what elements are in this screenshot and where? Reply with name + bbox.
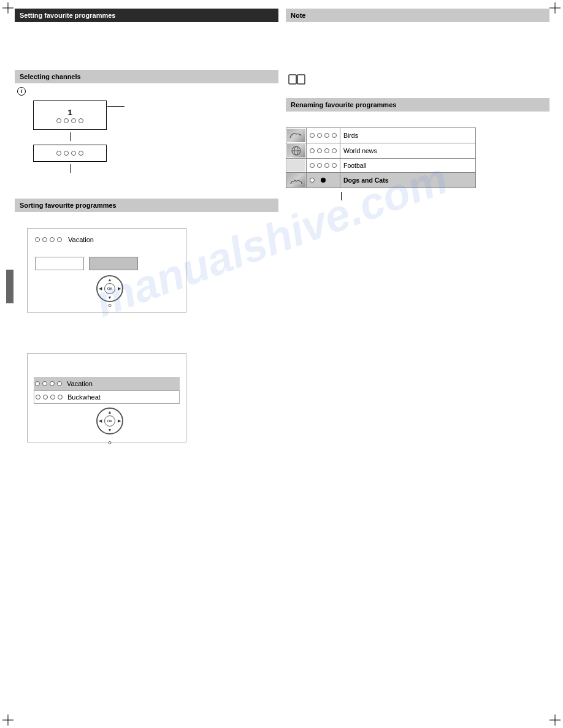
prog-icon-dogsandcats <box>286 173 307 188</box>
vd2-d7 <box>50 395 55 400</box>
nav-arrow-up-2: ▲ <box>108 410 112 414</box>
diagram-dots-top <box>56 118 83 123</box>
filled-dot <box>321 178 326 183</box>
sidebar-marker <box>6 270 13 303</box>
left-spacer-1 <box>15 179 278 196</box>
left-column: Setting favourite programmes Selecting c… <box>15 0 278 728</box>
vacation-dialog-1: Vacation ▲ ▼ ◀ ▶ OK <box>27 228 186 313</box>
dot-3 <box>71 118 76 123</box>
diagram-arrow-down <box>70 132 71 141</box>
left-body-text-3 <box>15 54 278 64</box>
dot-b2 <box>64 151 69 156</box>
vd1-dot2 <box>42 237 47 242</box>
vacation-nav-icon: ▲ ▼ ◀ ▶ OK <box>41 275 178 302</box>
corner-crosshair-tl <box>2 2 13 13</box>
dot-2 <box>64 118 69 123</box>
vacation-list-row-1[interactable]: Vacation <box>34 377 180 390</box>
vacation-nav-icon-2: ▲ ▼ ◀ ▶ OK <box>40 408 180 439</box>
thumbnail-birds <box>287 129 305 142</box>
left-header-3-label: Sorting favourite programmes <box>20 202 117 209</box>
vacation-btn-right[interactable] <box>89 257 138 270</box>
diagram-number: 1 <box>67 108 72 117</box>
thumbnail-dogsandcats <box>287 173 305 187</box>
svg-point-3 <box>299 134 301 135</box>
vacation-row-1: Vacation <box>35 236 178 243</box>
vacation-spacer <box>35 248 178 257</box>
info-icon: i <box>17 87 26 96</box>
nav-inner-circle-2: OK <box>104 415 115 427</box>
corner-crosshair-br <box>550 715 561 726</box>
prog-dots-dogsandcats <box>307 173 340 188</box>
info-row: i <box>17 87 278 96</box>
vd1-dot3 <box>50 237 55 242</box>
prog-dots-birds <box>307 128 340 143</box>
left-header-2-label: Selecting channels <box>20 73 81 80</box>
left-body-text-1 <box>15 27 278 37</box>
prog-name-dogsandcats: Dogs and Cats <box>340 173 476 188</box>
vd2-top-spacer <box>34 360 180 377</box>
vacation-buttons <box>35 257 178 270</box>
corner-crosshair-bl <box>2 715 13 726</box>
diagram-arrow-right <box>107 106 124 107</box>
right-header-1-label: Note <box>291 12 305 19</box>
prog-dots-worldnews <box>307 143 340 159</box>
right-body-spacer-2 <box>286 87 550 98</box>
nav-inner-circle-1: OK <box>104 283 115 294</box>
book-icon-container <box>288 74 550 87</box>
prog-icon-football <box>286 159 307 173</box>
nav-ok-1: OK <box>107 287 113 290</box>
nav-outer-circle-2: ▲ ▼ ◀ ▶ OK <box>96 408 123 434</box>
vd2-dots-2 <box>36 395 63 400</box>
prog-row-birds[interactable]: Birds <box>286 128 476 143</box>
right-header-2-label: Renaming favourite programmes <box>291 101 396 108</box>
vacation-label-1: Vacation <box>68 236 94 243</box>
nav-arrow-down-2: ▼ <box>108 428 112 432</box>
left-spacer-3 <box>15 317 278 348</box>
prog-row-dogsandcats[interactable]: Dogs and Cats <box>286 173 476 188</box>
left-header-1-label: Setting favourite programmes <box>20 12 115 19</box>
vd2-label-1: Vacation <box>67 380 178 387</box>
thumbnail-worldnews <box>287 144 305 157</box>
nav-arrow-right-2: ▶ <box>118 419 121 423</box>
diagram-box-top: 1 <box>33 100 107 130</box>
dot-b4 <box>79 151 83 156</box>
prog-icon-worldnews <box>286 143 307 159</box>
nav-arrow-left-2: ◀ <box>99 419 102 423</box>
prog-row-worldnews[interactable]: World news <box>286 143 476 159</box>
vd2-d5 <box>36 395 40 400</box>
nav-arrow-down-1: ▼ <box>108 295 112 300</box>
svg-rect-1 <box>297 75 305 84</box>
diagram-arrow-down-2 <box>70 164 71 173</box>
vacation-list-row-2[interactable]: Buckwheat <box>34 390 180 404</box>
vacation-btn-left[interactable] <box>35 257 84 270</box>
dot-1 <box>56 118 61 123</box>
vd1-dot4 <box>57 237 62 242</box>
dot-b3 <box>71 151 76 156</box>
vd2-dots-1 <box>35 381 62 386</box>
diagram-section: 1 <box>33 100 278 173</box>
vd2-label-2: Buckwheat <box>67 393 178 401</box>
corner-crosshair-tr <box>550 2 561 13</box>
prog-row-football[interactable]: Football <box>286 159 476 173</box>
prog-name-football: Football <box>340 159 476 173</box>
vacation-dialog-2: Vacation Buckwheat ▲ ▼ ◀ ▶ O <box>27 353 186 442</box>
diagram-box-bottom <box>33 145 107 162</box>
vd2-d2 <box>42 381 47 386</box>
right-header-2: Renaming favourite programmes <box>286 98 550 112</box>
left-header-2: Selecting channels <box>15 70 278 83</box>
nav-small-dot-2 <box>109 441 112 444</box>
left-header-1: Setting favourite programmes <box>15 9 278 22</box>
nav-small-dot-1 <box>109 304 112 307</box>
prog-name-worldnews: World news <box>340 143 476 159</box>
prog-dots-football <box>307 159 340 173</box>
right-header-1: Note <box>286 9 550 22</box>
vd1-dot1 <box>35 237 40 242</box>
right-body-spacer-1 <box>286 22 550 71</box>
vd2-d8 <box>58 395 63 400</box>
vd2-d3 <box>50 381 55 386</box>
book-icon <box>288 74 305 86</box>
dot-4 <box>79 118 83 123</box>
vd2-d1 <box>35 381 40 386</box>
svg-rect-0 <box>289 75 296 84</box>
prog-icon-birds <box>286 128 307 143</box>
